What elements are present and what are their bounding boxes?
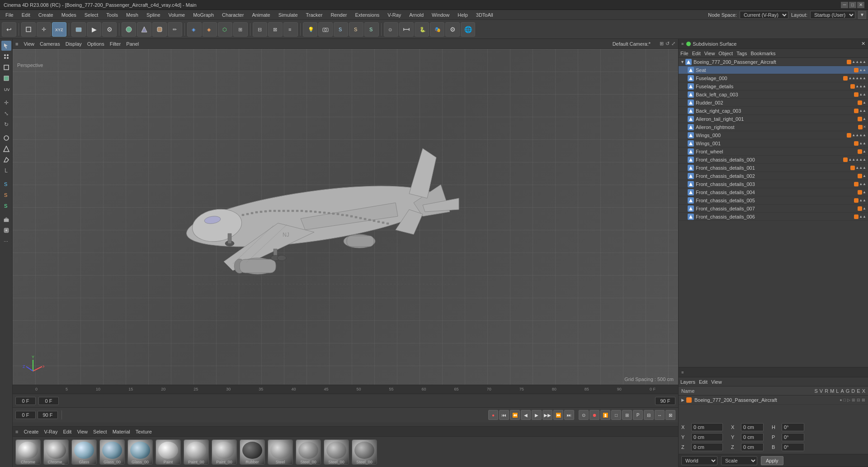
tool-snap[interactable]: ⊙ [384, 22, 398, 37]
om-item-chassis5[interactable]: Front_chassis_details_005 ▲▲ [679, 196, 868, 205]
left-tool-6[interactable]: S [1, 190, 11, 200]
material-chrome2[interactable]: Chrome_ [43, 439, 69, 465]
om-item-aileron-tail-right[interactable]: Aileron_tail_right_001 ▲ [679, 115, 868, 123]
play-prev-key[interactable]: ⏪ [510, 410, 520, 420]
om-menu-bookmarks[interactable]: Bookmarks [750, 51, 775, 56]
tool-11[interactable]: ≡ [283, 22, 298, 37]
vp-menu-filter[interactable]: Filter [110, 41, 121, 47]
om-item-chassis3[interactable]: Front_chassis_details_003 ▲▲ [679, 180, 868, 188]
menu-mograph[interactable]: MoGraph [189, 11, 217, 19]
tool-9[interactable]: ⊟ [253, 22, 267, 37]
material-steel[interactable]: Steel [268, 439, 293, 465]
om-close-btn[interactable]: ✕ [861, 41, 865, 47]
menu-3dtoall[interactable]: 3DToAll [472, 11, 497, 19]
tool-8[interactable]: ⊞ [233, 22, 248, 37]
play-prev-frame[interactable]: ◀ [521, 410, 531, 420]
tool-deform3[interactable]: S [364, 22, 379, 37]
om-item-seat[interactable]: Seat ▲▲ [679, 66, 868, 74]
tool-2[interactable] [137, 22, 151, 37]
play-next-key[interactable]: ⏩ [553, 410, 563, 420]
menu-animate[interactable]: Animate [248, 11, 274, 19]
left-tool-rotate[interactable]: ↻ [1, 119, 11, 129]
menu-create[interactable]: Create [35, 11, 57, 19]
play-button[interactable]: ▶ [532, 410, 542, 420]
left-tool-3[interactable] [1, 155, 11, 165]
playback-opt-4[interactable]: □ [611, 410, 621, 420]
playback-end-input[interactable] [38, 411, 58, 419]
om-menu-view[interactable]: View [704, 51, 715, 56]
viewport-canvas[interactable]: Perspective [13, 49, 678, 385]
layer-icon-4[interactable]: ⊟ [857, 398, 860, 402]
left-tool-8[interactable] [1, 214, 11, 224]
material-chrome[interactable]: Chrome [15, 439, 41, 465]
coord-z-pos[interactable] [691, 443, 723, 451]
material-paint[interactable]: Paint [156, 439, 181, 465]
mat-menu-select[interactable]: Select [93, 429, 107, 434]
left-tool-4[interactable]: L [1, 166, 11, 176]
om-item-fuselage0[interactable]: Fuselage_000 ▲▲▲▲▲ [679, 74, 868, 82]
viewport-ctrl-1[interactable]: ⊞ [660, 41, 664, 47]
coord-z-scale[interactable] [741, 443, 764, 451]
menu-window[interactable]: Window [428, 11, 453, 19]
coord-y-pos[interactable] [691, 433, 723, 441]
tool-measure[interactable] [399, 22, 414, 37]
tool-5[interactable]: ◈ [187, 22, 202, 37]
om-item-wings1[interactable]: Wings_001 ▲▲ [679, 139, 868, 148]
material-glass2[interactable]: Glass_00 [99, 439, 125, 465]
mat-menu-create[interactable]: Create [24, 429, 38, 434]
om-item-fuselage-details[interactable]: Fuselage_details ▲▲▲ [679, 82, 868, 91]
menu-edit[interactable]: Edit [18, 11, 34, 19]
layer-item-main[interactable]: ▶ Boeing_777_200_Passenger_Aircraft ● □ … [679, 396, 868, 405]
vp-menu-cameras[interactable]: Cameras [40, 41, 60, 47]
left-tool-move[interactable]: ✛ [1, 98, 11, 108]
play-skip-start[interactable]: ⏮ [499, 410, 509, 420]
playback-opt-3[interactable]: ⏫ [600, 410, 610, 420]
om-item-rudder[interactable]: Rudder_002 ▲ [679, 99, 868, 107]
scale-select[interactable]: Scale [721, 456, 757, 465]
title-bar-controls[interactable]: ─ □ ✕ [841, 2, 864, 8]
menu-render[interactable]: Render [327, 11, 350, 19]
tool-gear[interactable]: ⚙ [445, 22, 460, 37]
frame-end-input[interactable] [655, 397, 675, 405]
menu-mesh[interactable]: Mesh [123, 11, 142, 19]
menu-file[interactable]: File [2, 11, 17, 19]
om-hamburger[interactable]: ≡ [681, 42, 684, 46]
frame-current-input[interactable] [38, 397, 59, 405]
coord-y-scale[interactable] [741, 433, 764, 441]
left-tool-poly[interactable] [1, 73, 11, 83]
xyz-button[interactable]: XYZ [52, 22, 66, 37]
tool-10[interactable]: ⊠ [268, 22, 283, 37]
left-tool-select[interactable] [1, 41, 11, 51]
om-header-controls[interactable]: ✕ [861, 41, 865, 47]
playback-frame-input[interactable] [15, 411, 36, 419]
playback-opt-9[interactable]: ⊠ [665, 410, 675, 420]
vp-menu-view[interactable]: View [24, 41, 34, 47]
material-steel2[interactable]: Steel_00 [296, 439, 321, 465]
playback-opt-5[interactable]: ⊞ [622, 410, 632, 420]
vp-menu-icon[interactable]: ≡ [15, 41, 18, 47]
om-menu-tags[interactable]: Tags [736, 51, 747, 56]
material-paint2[interactable]: Paint_00 [184, 439, 209, 465]
material-glass3[interactable]: Glass_00 [127, 439, 153, 465]
om-item-chassis0[interactable]: Front_chassis_details_000 ▲▲▲▲▲ [679, 156, 868, 164]
left-tool-7[interactable]: S [1, 201, 11, 211]
om-item-chassis6[interactable]: Front_chassis_details_006 ▲▲ [679, 213, 868, 221]
playback-opt-2[interactable]: ⏺ [590, 410, 599, 420]
tool-lamp[interactable]: 💡 [303, 22, 317, 37]
left-tool-9[interactable] [1, 225, 11, 235]
undo-button[interactable]: ↩ [2, 22, 16, 37]
layer-icon-eye[interactable]: ● [840, 398, 842, 402]
coord-x-scale[interactable] [741, 423, 764, 431]
left-tool-scale[interactable]: ⤡ [1, 109, 11, 119]
layer-icon-5[interactable]: ⊠ [862, 398, 865, 402]
left-tool-edges[interactable] [1, 62, 11, 72]
move-tool-button[interactable]: ✛ [37, 22, 51, 37]
menu-character[interactable]: Character [218, 11, 247, 19]
playback-opt-6[interactable]: P [633, 410, 643, 420]
play-button[interactable]: ▶ [87, 22, 101, 37]
primitive-button[interactable] [71, 22, 86, 37]
mat-menu-edit[interactable]: Edit [63, 429, 71, 434]
lp-menu-edit[interactable]: Edit [699, 379, 708, 385]
tool-7[interactable]: ⬡ [218, 22, 232, 37]
vp-menu-panel[interactable]: Panel [126, 41, 139, 47]
